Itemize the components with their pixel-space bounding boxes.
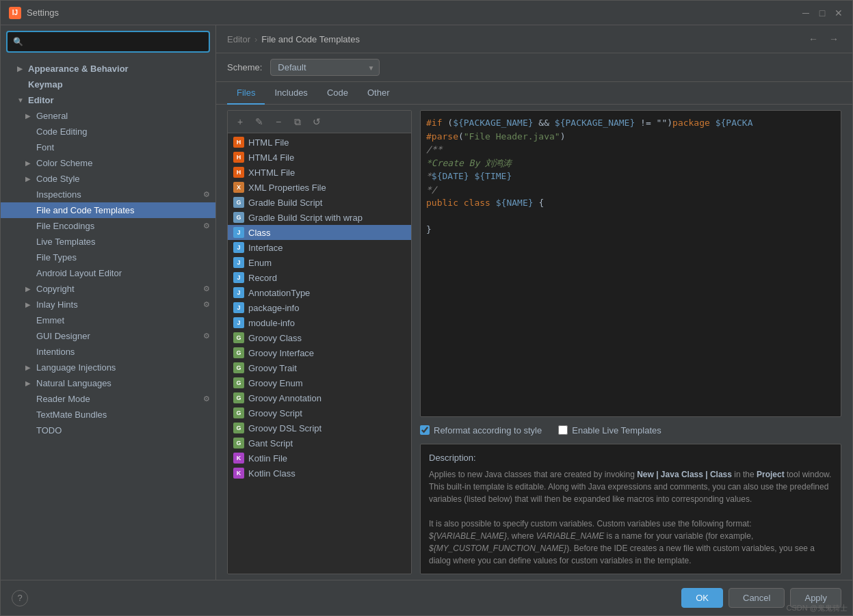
code-line: */ [426,183,835,197]
file-item-groovy-interface[interactable]: GGroovy Interface [228,345,411,360]
gear-icon: ⚙ [203,190,210,199]
cancel-button[interactable]: Cancel [729,588,785,608]
file-list-panel: + ✎ − ⧉ ↺ HHTML FileHHTML4 FileHXHTML Fi… [227,110,412,574]
sidebar-item-code-style[interactable]: ▶Code Style [1,171,215,187]
sidebar-item-inspections[interactable]: Inspections ⚙ [1,187,215,202]
file-item-html4-file[interactable]: HHTML4 File [228,150,411,165]
sidebar-item-inlay-hints[interactable]: ▶Inlay Hints ⚙ [1,297,215,312]
sidebar-item-copyright[interactable]: ▶Copyright ⚙ [1,281,215,297]
java-icon: J [233,302,244,313]
file-item-annotation-type[interactable]: JAnnotationType [228,285,411,300]
file-item-module-info[interactable]: Jmodule-info [228,315,411,330]
file-item-xml-properties-file[interactable]: XXML Properties File [228,180,411,195]
sidebar-item-reader-mode[interactable]: Reader Mode ⚙ [1,391,215,407]
copy-template-button[interactable]: ⧉ [289,113,306,130]
file-item-package-info[interactable]: Jpackage-info [228,300,411,315]
tab-code[interactable]: Code [317,82,358,105]
file-item-gradle-build-script-wrap[interactable]: GGradle Build Script with wrap [228,210,411,225]
sidebar-item-todo[interactable]: TODO [1,423,215,438]
tab-includes[interactable]: Includes [265,82,317,105]
sidebar-label-textmate-bundles: TextMate Bundles [36,410,107,420]
file-item-html-file[interactable]: HHTML File [228,135,411,150]
nav-back-button[interactable]: ← [806,32,821,46]
sidebar-item-intentions[interactable]: Intentions [1,344,215,360]
sidebar-item-code-editing[interactable]: Code Editing [1,124,215,139]
sidebar-item-natural-languages[interactable]: ▶Natural Languages [1,375,215,391]
edit-template-button[interactable]: ✎ [251,113,267,130]
sidebar-label-live-templates: Live Templates [36,237,95,247]
file-item-xhtml-file[interactable]: HXHTML File [228,165,411,180]
live-templates-label: Enable Live Templates [572,425,661,436]
reset-template-button[interactable]: ↺ [309,113,325,130]
reformat-checkbox[interactable] [420,425,430,435]
tab-files[interactable]: Files [227,82,265,105]
sidebar-item-general[interactable]: ▶General [1,108,215,124]
window-title: Settings [27,8,800,18]
code-token: ${DATE} [432,171,469,181]
sidebar-item-gui-designer[interactable]: GUI Designer ⚙ [1,328,215,344]
sidebar-item-file-encodings[interactable]: File Encodings ⚙ [1,218,215,234]
file-item-groovy-dsl-script[interactable]: GGroovy DSL Script [228,420,411,436]
sidebar-item-emmet[interactable]: Emmet [1,312,215,328]
sidebar-item-font[interactable]: Font [1,139,215,155]
tab-other[interactable]: Other [358,82,399,105]
file-label-gant-script: Gant Script [248,438,293,448]
scheme-row: Scheme: DefaultProject [216,53,852,82]
sidebar-label-code-editing: Code Editing [36,126,87,137]
code-editor[interactable]: #if (${PACKAGE_NAME} && ${PACKAGE_NAME} … [420,110,841,417]
minimize-button[interactable]: ─ [800,8,811,18]
sidebar-item-language-injections[interactable]: ▶Language Injections [1,360,215,375]
sidebar-item-live-templates[interactable]: Live Templates [1,234,215,250]
file-item-groovy-enum[interactable]: GGroovy Enum [228,375,411,390]
file-item-groovy-trait[interactable]: GGroovy Trait [228,360,411,375]
sidebar-item-android-layout-editor[interactable]: Android Layout Editor [1,265,215,281]
breadcrumb-editor: Editor [227,34,250,44]
live-templates-checkbox[interactable] [558,425,568,435]
file-item-kotlin-class[interactable]: KKotlin Class [228,466,411,481]
file-item-enum[interactable]: JEnum [228,255,411,270]
file-item-interface[interactable]: JInterface [228,240,411,255]
sidebar-item-file-types[interactable]: File Types [1,250,215,265]
search-box[interactable]: 🔍 [6,31,210,53]
sidebar-label-android-layout-editor: Android Layout Editor [36,268,122,278]
sidebar-item-color-scheme[interactable]: ▶Color Scheme [1,155,215,171]
reformat-checkbox-wrap[interactable]: Reformat according to style [420,425,542,436]
file-label-groovy-trait: Groovy Trait [248,363,297,373]
scheme-label: Scheme: [227,62,262,72]
sidebar-item-keymap[interactable]: Keymap [1,77,215,92]
description-panel: Description: Applies to new Java classes… [420,444,841,575]
code-line: #parse("File Header.java") [426,130,835,144]
remove-template-button[interactable]: − [270,113,287,130]
nav-forward-button[interactable]: → [826,32,841,46]
file-item-gradle-build-script[interactable]: GGradle Build Script [228,195,411,210]
gear-icon: ⚙ [203,332,210,340]
file-item-gant-script[interactable]: GGant Script [228,436,411,451]
code-line: *Create By 刘鸿涛 [426,157,835,170]
file-item-groovy-class[interactable]: GGroovy Class [228,330,411,345]
file-item-class[interactable]: JClass [228,225,411,240]
gear-icon: ⚙ [203,394,210,403]
file-item-kotlin-file[interactable]: KKotlin File [228,451,411,466]
code-token: *Create By 刘鸿涛 [426,158,512,168]
ok-button[interactable]: OK [681,588,723,608]
live-templates-checkbox-wrap[interactable]: Enable Live Templates [558,425,661,436]
sidebar-label-inlay-hints: Inlay Hints [36,299,78,310]
java-icon: J [233,272,244,283]
split-area: + ✎ − ⧉ ↺ HHTML FileHHTML4 FileHXHTML Fi… [216,105,852,580]
sidebar-item-appearance-behavior[interactable]: ▶Appearance & Behavior [1,61,215,77]
sidebar-item-editor[interactable]: ▼Editor [1,92,215,108]
sidebar-label-editor: Editor [28,95,54,105]
sidebar-item-file-and-code-templates[interactable]: File and Code Templates [1,202,215,218]
code-token: ${PACKA [716,118,753,128]
main-panel: Editor › File and Code Templates ← → Sch… [216,25,852,580]
help-button[interactable]: ? [12,590,28,606]
file-item-groovy-annotation[interactable]: GGroovy Annotation [228,390,411,405]
search-input[interactable] [27,37,203,47]
maximize-button[interactable]: □ [817,8,828,18]
file-item-groovy-script[interactable]: GGroovy Script [228,405,411,420]
file-item-record[interactable]: JRecord [228,270,411,285]
add-template-button[interactable]: + [232,113,248,130]
close-button[interactable]: ✕ [833,8,844,18]
sidebar-item-textmate-bundles[interactable]: TextMate Bundles [1,407,215,423]
scheme-select[interactable]: DefaultProject [270,59,380,76]
